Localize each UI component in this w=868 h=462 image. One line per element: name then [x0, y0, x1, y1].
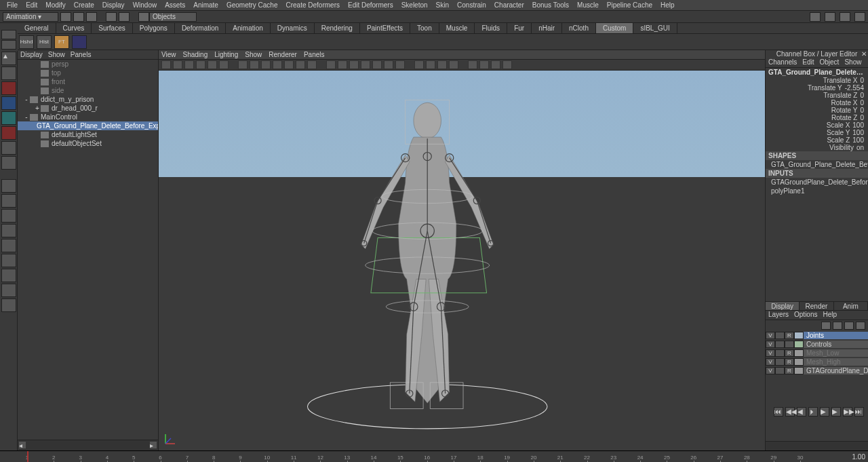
cb-shape-name[interactable]: GTA_Ground_Plane_Delete_Befor... — [766, 160, 868, 169]
vp-icon-24[interactable] — [449, 60, 458, 69]
shelf-tab-polygons[interactable]: Polygons — [133, 23, 175, 33]
shelf-btn-hshd[interactable]: Hshd — [19, 35, 34, 49]
move-tool[interactable] — [1, 96, 16, 110]
vp-icon-19[interactable] — [384, 60, 393, 69]
vp-icon-28[interactable] — [502, 60, 512, 69]
play-fwd-icon[interactable]: ▶ — [820, 407, 829, 417]
select-mode-icon[interactable] — [138, 12, 149, 22]
layer-move-down-icon[interactable] — [833, 322, 842, 330]
shelf-tab-animation[interactable]: Animation — [226, 23, 270, 33]
layout-outliner[interactable] — [1, 284, 16, 297]
vp-icon-2[interactable] — [173, 60, 182, 69]
statusbar-icon-4[interactable] — [854, 12, 865, 22]
outliner-item[interactable]: persp — [18, 60, 158, 69]
layout-two-h[interactable] — [1, 209, 16, 223]
shelf-tab-fur[interactable]: Fur — [507, 23, 532, 33]
viewport-menu-show[interactable]: Show — [245, 51, 262, 58]
vp-icon-12[interactable] — [296, 60, 305, 69]
shelf-tab-custom[interactable]: Custom — [596, 23, 633, 33]
paint-select-tool[interactable] — [1, 81, 16, 95]
vp-icon-22[interactable] — [426, 60, 435, 69]
channel-attr[interactable]: Rotate Y0 — [766, 107, 868, 114]
shelf-tab-dynamics[interactable]: Dynamics — [271, 23, 315, 33]
layer-row[interactable]: VRMesh_Low — [766, 349, 868, 358]
undo-icon[interactable] — [106, 12, 117, 22]
outliner-item[interactable]: front — [18, 77, 158, 86]
outliner-menu-display[interactable]: Display — [20, 51, 43, 58]
layer-row[interactable]: VControls — [766, 340, 868, 349]
viewport-menu-panels[interactable]: Panels — [304, 51, 325, 58]
select-tool[interactable]: ▲ — [1, 52, 16, 65]
manip-tool[interactable] — [1, 141, 16, 155]
viewport-menu-view[interactable]: View — [161, 51, 176, 58]
layer-tab-display[interactable]: Display — [766, 302, 800, 310]
shelf-tab-fluids[interactable]: Fluids — [475, 23, 507, 33]
layout-persp-out[interactable] — [1, 299, 16, 312]
layer-row[interactable]: VRJoints — [766, 331, 868, 340]
channel-attr[interactable]: Translate Z0 — [766, 92, 868, 99]
layer-row[interactable]: VRMesh_High — [766, 358, 868, 366]
vp-icon-4[interactable] — [196, 60, 205, 69]
open-scene-icon[interactable] — [73, 12, 84, 22]
shelf-tab-rendering[interactable]: Rendering — [315, 23, 360, 33]
cb-menu-object[interactable]: Object — [820, 58, 840, 67]
shelf-opt-2[interactable] — [1, 40, 16, 50]
outliner-scrollbar[interactable]: ◂ ▸ — [18, 440, 158, 450]
rotate-tool[interactable] — [1, 111, 16, 125]
vp-icon-10[interactable] — [273, 60, 282, 69]
cb-input-0[interactable]: GTAGroundPlane_Delete_Before_... — [766, 178, 868, 187]
menuset-dropdown[interactable]: Animation ▾ — [3, 12, 58, 22]
layer-row[interactable]: VRGTAGroundPlane_Delete_Befo — [766, 366, 868, 375]
outliner-menu-show[interactable]: Show — [48, 51, 65, 58]
shelf-tab-sibl[interactable]: sIBL_GUI — [633, 23, 677, 33]
vp-icon-15[interactable] — [338, 60, 347, 69]
shelf-btn-hist[interactable]: Hist — [37, 35, 52, 49]
menu-modify[interactable]: Modify — [41, 1, 69, 9]
channel-attr[interactable]: Rotate X0 — [766, 99, 868, 107]
layer-tab-anim[interactable]: Anim — [834, 302, 868, 310]
outliner-tree[interactable]: persptopfrontside-ddict_m_y_prison+dr_he… — [18, 60, 158, 440]
vp-icon-21[interactable] — [414, 60, 424, 69]
shelf-btn-ft[interactable]: FT — [54, 35, 69, 49]
new-scene-icon[interactable] — [60, 12, 71, 22]
layer-menu-options[interactable]: Options — [794, 311, 817, 320]
menu-create[interactable]: Create — [70, 1, 98, 9]
menu-constrain[interactable]: Constrain — [453, 1, 490, 9]
menu-character[interactable]: Character — [490, 1, 528, 9]
outliner-item[interactable]: defaultObjectSet — [18, 139, 158, 148]
shelf-tab-surfaces[interactable]: Surfaces — [92, 23, 132, 33]
time-slider[interactable]: 1234567891011121314151617181920212223242… — [0, 451, 868, 462]
channel-attr[interactable]: Scale Z100 — [766, 136, 868, 144]
redo-icon[interactable] — [119, 12, 130, 22]
vp-icon-9[interactable] — [261, 60, 271, 69]
vp-icon-13[interactable] — [307, 60, 317, 69]
vp-icon-27[interactable] — [491, 60, 500, 69]
shelf-tab-nhair[interactable]: nHair — [532, 23, 562, 33]
layer-scrollbar[interactable] — [766, 441, 868, 450]
vp-icon-17[interactable] — [361, 60, 370, 69]
shelf-opt-1[interactable] — [1, 30, 16, 39]
layout-editor[interactable] — [1, 254, 16, 267]
menu-animate[interactable]: Animate — [189, 1, 222, 9]
perspective-viewport[interactable] — [159, 71, 765, 450]
vp-icon-20[interactable] — [395, 60, 405, 69]
layer-move-up-icon[interactable] — [821, 322, 831, 330]
vp-icon-7[interactable] — [238, 60, 248, 69]
viewport-menu-renderer[interactable]: Renderer — [269, 51, 297, 58]
step-back-key-icon[interactable]: ◀◀ — [785, 407, 795, 417]
menu-file[interactable]: File — [3, 1, 22, 9]
layout-two-v[interactable] — [1, 224, 16, 237]
vp-icon-25[interactable] — [468, 60, 477, 69]
menu-skin[interactable]: Skin — [432, 1, 453, 9]
cb-input-1[interactable]: polyPlane1 — [766, 187, 868, 195]
viewport-menu-shading[interactable]: Shading — [183, 51, 208, 58]
panel-close-icon[interactable]: ✕ — [861, 50, 867, 58]
layer-new-from-sel-icon[interactable] — [856, 322, 865, 330]
shelf-tab-deformation[interactable]: Deformation — [175, 23, 226, 33]
menu-geocache[interactable]: Geometry Cache — [222, 1, 282, 9]
play-back-icon[interactable]: ⏵ — [808, 407, 818, 417]
outliner-item[interactable]: top — [18, 69, 158, 77]
outliner-item[interactable]: +dr_head_000_r — [18, 104, 158, 113]
layout-three[interactable] — [1, 239, 16, 252]
vp-icon-14[interactable] — [326, 60, 336, 69]
